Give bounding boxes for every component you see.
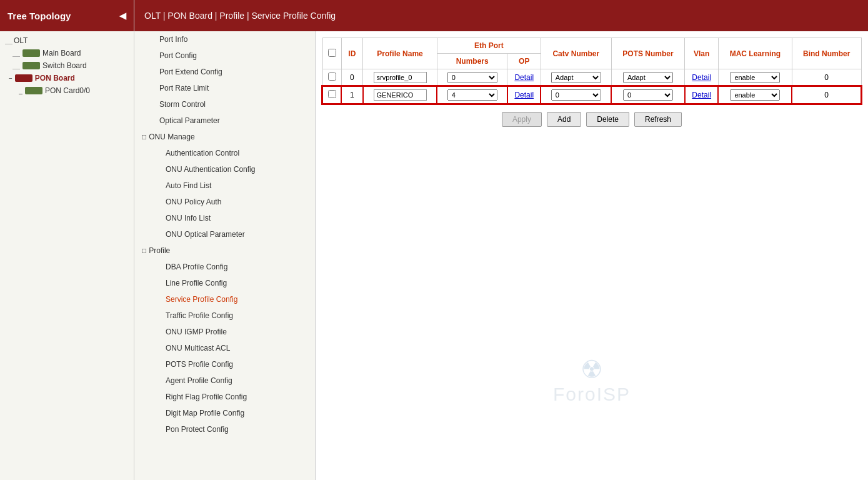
tree-item-switch-board[interactable]: ⎯⎯ Switch Board [0, 59, 134, 72]
content-split: Port Info Port Config Port Extend Config… [134, 31, 868, 480]
section-onu-manage[interactable]: □ ONU Manage [134, 129, 315, 145]
row1-vlan-detail-link[interactable]: Detail [692, 91, 711, 99]
row1-pots-select[interactable]: 0 Adapt [623, 89, 673, 101]
row0-checkbox-cell [322, 69, 341, 87]
th-eth-port: Eth Port [437, 38, 541, 54]
menu-onu-policy-auth[interactable]: ONU Policy Auth [134, 194, 315, 210]
menu-dba-profile-config[interactable]: DBA Profile Config [134, 259, 315, 275]
th-catv-number: Catv Number [541, 38, 611, 69]
add-button[interactable]: Add [547, 112, 581, 127]
th-pots-number: POTS Number [611, 38, 685, 69]
watermark-icon: ☢ [553, 355, 631, 384]
menu-right-flag-profile-config[interactable]: Right Flag Profile Config [134, 389, 315, 405]
tree-label-pon-card: PON Card0/0 [45, 86, 90, 95]
menu-port-extend-config[interactable]: Port Extend Config [134, 64, 315, 80]
menu-onu-igmp-profile[interactable]: ONU IGMP Profile [134, 324, 315, 340]
tree-label-main-board: Main Board [42, 49, 81, 58]
row1-mac-learning: enable disable [718, 86, 792, 104]
row1-id: 1 [341, 86, 363, 104]
tree-label-switch-board: Switch Board [42, 61, 87, 70]
menu-optical-parameter[interactable]: Optical Parameter [134, 112, 315, 129]
menu-onu-multicast-acl[interactable]: ONU Multicast ACL [134, 340, 315, 356]
th-profile-name: Profile Name [363, 38, 437, 69]
th-vlan: Vlan [685, 38, 719, 69]
row0-profile-name-input[interactable] [374, 72, 427, 83]
tree-label-pon-board: PON Board [35, 74, 75, 82]
menu-storm-control[interactable]: Storm Control [134, 96, 315, 112]
row0-id: 0 [341, 69, 363, 87]
row0-eth-numbers-select[interactable]: 0 1 2 4 [447, 72, 497, 83]
sidebar-collapse-icon[interactable]: ◀ [119, 11, 126, 21]
menu-service-profile-config[interactable]: Service Profile Config [134, 291, 315, 308]
menu-pon-protect-config[interactable]: Pon Protect Config [134, 421, 315, 438]
menu-port-info[interactable]: Port Info [134, 31, 315, 48]
delete-button[interactable]: Delete [586, 112, 629, 127]
tree-dash-switch: ⎯⎯ [12, 62, 20, 69]
breadcrumb-text: OLT | PON Board | Profile | Service Prof… [144, 11, 336, 21]
left-menu-scroll: Port Info Port Config Port Extend Config… [134, 31, 315, 480]
pon-board-icon [15, 74, 32, 82]
row0-mac-learning-select[interactable]: enable disable [730, 72, 780, 83]
row1-eth-numbers-select[interactable]: 4 0 1 2 [447, 89, 497, 101]
section-profile[interactable]: □ Profile [134, 242, 315, 259]
row0-detail-link[interactable]: Detail [514, 73, 534, 82]
row0-checkbox[interactable] [328, 72, 336, 81]
menu-onu-auth-config[interactable]: ONU Authentication Config [134, 161, 315, 178]
row1-pots: 0 Adapt [611, 86, 685, 104]
menu-port-rate-limit[interactable]: Port Rate Limit [134, 80, 315, 96]
refresh-button[interactable]: Refresh [634, 112, 682, 127]
row0-eth-op: Detail [507, 69, 541, 87]
tree-expand-pon: − [9, 75, 12, 82]
menu-port-config[interactable]: Port Config [134, 48, 315, 64]
row1-catv: 0 Adapt [541, 86, 611, 104]
left-menu-panel: Port Info Port Config Port Extend Config… [134, 31, 316, 480]
row0-vlan-detail-link[interactable]: Detail [692, 73, 711, 82]
menu-auto-find-list[interactable]: Auto Find List [134, 178, 315, 194]
menu-pots-profile-config[interactable]: POTS Profile Config [134, 356, 315, 372]
row0-catv-select[interactable]: Adapt 0 [551, 72, 601, 83]
table-row: 0 0 1 2 4 Detail [322, 69, 861, 87]
th-id: ID [341, 38, 363, 69]
th-eth-op: OP [507, 54, 541, 69]
row1-checkbox-cell [322, 86, 341, 104]
main-board-icon [22, 49, 40, 57]
th-mac-learning: MAC Learning [718, 38, 792, 69]
buttons-row: Apply Add Delete Refresh [322, 112, 862, 127]
row1-mac-learning-select[interactable]: enable disable [730, 89, 780, 101]
table-row: 1 4 0 1 2 Detail [322, 86, 861, 104]
tree-item-main-board[interactable]: ⎯⎯ Main Board [0, 47, 134, 59]
tree-dash: ⎯⎯ [5, 38, 12, 44]
row1-bind-number: 0 [792, 86, 861, 104]
menu-line-profile-config[interactable]: Line Profile Config [134, 275, 315, 291]
menu-digit-map-profile-config[interactable]: Digit Map Profile Config [134, 405, 315, 421]
row1-detail-link[interactable]: Detail [514, 91, 534, 99]
select-all-checkbox[interactable] [328, 49, 336, 57]
tree-dash-main: ⎯⎯ [12, 50, 20, 57]
tree-item-pon-card[interactable]: ⎯ PON Card0/0 [0, 84, 134, 97]
content-area: OLT | PON Board | Profile | Service Prof… [134, 0, 868, 480]
th-bind-number: Bind Number [792, 38, 861, 69]
row1-checkbox[interactable] [328, 90, 336, 98]
menu-traffic-profile-config[interactable]: Traffic Profile Config [134, 308, 315, 324]
menu-onu-info-list[interactable]: ONU Info List [134, 210, 315, 226]
switch-board-icon [22, 62, 40, 69]
row0-eth-numbers: 0 1 2 4 [437, 69, 507, 87]
menu-onu-optical-parameter[interactable]: ONU Optical Parameter [134, 226, 315, 242]
row0-bind-number: 0 [792, 69, 861, 87]
tree-item-pon-board[interactable]: − PON Board [0, 72, 134, 84]
row1-profile-name-input[interactable] [374, 89, 427, 101]
menu-agent-profile-config[interactable]: Agent Profile Config [134, 372, 315, 389]
row1-vlan: Detail [685, 86, 719, 104]
pon-card-icon [25, 87, 42, 94]
watermark-text: ForoISP [553, 384, 631, 405]
main-panel: ID Profile Name Eth Port Catv Number POT… [316, 31, 868, 480]
row0-pots-select[interactable]: Adapt 0 [623, 72, 673, 83]
profile-expand-icon: □ [142, 246, 146, 255]
menu-authentication-control[interactable]: Authentication Control [134, 145, 315, 161]
watermark: ☢ ForoISP [553, 355, 631, 405]
tree-item-olt[interactable]: ⎯⎯ OLT [0, 34, 134, 47]
row1-eth-op: Detail [507, 86, 541, 104]
apply-button[interactable]: Apply [502, 112, 542, 127]
row1-catv-select[interactable]: 0 Adapt [551, 89, 601, 101]
sidebar-header: Tree Topology ◀ [0, 0, 134, 31]
